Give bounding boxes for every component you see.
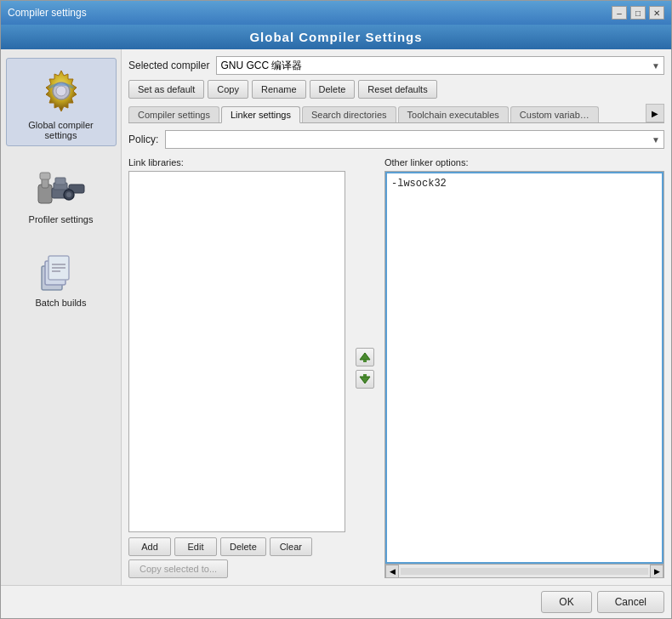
tab-search-directories[interactable]: Search directories [302, 106, 396, 122]
delete-button[interactable]: Delete [310, 80, 356, 99]
link-libraries-listbox[interactable] [128, 171, 345, 532]
scroll-left-button[interactable]: ◀ [385, 565, 399, 578]
svg-point-1 [56, 86, 66, 96]
header-bar: Global Compiler Settings [1, 25, 671, 49]
policy-row: Policy: ▼ [128, 130, 664, 149]
clear-button[interactable]: Clear [270, 537, 312, 556]
set-as-default-button[interactable]: Set as default [128, 80, 204, 99]
left-panel: Link libraries: Add Edit Delete Clear Co… [128, 157, 345, 578]
move-buttons [352, 157, 378, 578]
up-arrow-icon [359, 351, 371, 363]
copy-selected-button[interactable]: Copy selected to... [128, 559, 228, 578]
main-window: Compiler settings – □ ✕ Global Compiler … [0, 0, 672, 619]
sidebar-item-batch-builds[interactable]: Batch builds [6, 236, 117, 313]
policy-dropdown[interactable]: ▼ [165, 130, 664, 149]
tab-compiler-settings[interactable]: Compiler settings [128, 106, 219, 122]
batch-builds-icon [34, 241, 88, 296]
minimize-button[interactable]: – [612, 6, 627, 20]
add-button[interactable]: Add [128, 537, 171, 556]
sidebar-label-profiler: Profiler settings [29, 214, 94, 224]
svg-marker-19 [360, 377, 370, 383]
cancel-button[interactable]: Cancel [597, 591, 664, 613]
selected-compiler-label: Selected compiler [128, 60, 209, 71]
sidebar-label-batch: Batch builds [36, 298, 87, 308]
scroll-track-horizontal[interactable] [401, 568, 648, 575]
other-linker-textarea[interactable]: -lwsock32 [385, 172, 663, 564]
main-panel: Selected compiler GNU GCC 编译器 ▼ Set as d… [122, 49, 671, 585]
copy-button[interactable]: Copy [208, 80, 248, 99]
svg-rect-7 [55, 178, 65, 185]
edit-button[interactable]: Edit [174, 537, 217, 556]
profiler-icon [35, 159, 88, 212]
maximize-button[interactable]: □ [630, 6, 646, 20]
horizontal-scrollbar: ◀ ▶ [385, 564, 663, 577]
delete-lib-button[interactable]: Delete [220, 537, 266, 556]
tab-custom-variables[interactable]: Custom variab… [510, 106, 599, 122]
link-libraries-action-btns: Add Edit Delete Clear [128, 537, 345, 556]
sidebar: Global compilersettings [1, 49, 122, 585]
tab-toolchain-executables[interactable]: Toolchain executables [398, 106, 509, 122]
other-linker-label: Other linker options: [384, 157, 664, 168]
link-libraries-label: Link libraries: [128, 157, 345, 168]
tabs-scroll-right-button[interactable]: ▶ [646, 104, 664, 122]
title-bar-controls: – □ ✕ [612, 6, 664, 20]
move-down-button[interactable] [356, 370, 374, 389]
move-up-button[interactable] [356, 348, 374, 366]
footer-row: OK Cancel [1, 585, 671, 618]
two-panel: Link libraries: Add Edit Delete Clear Co… [128, 157, 664, 578]
compiler-selector-row: Selected compiler GNU GCC 编译器 ▼ [128, 56, 664, 75]
ok-button[interactable]: OK [541, 591, 591, 613]
toolbar-row: Set as default Copy Rename Delete Reset … [128, 80, 664, 99]
policy-label: Policy: [128, 133, 158, 145]
compiler-dropdown[interactable]: GNU GCC 编译器 ▼ [216, 56, 664, 75]
window-title: Compiler settings [8, 7, 87, 19]
compiler-dropdown-arrow: ▼ [652, 61, 660, 71]
gear-icon [34, 64, 88, 118]
sidebar-item-profiler[interactable]: Profiler settings [6, 153, 117, 230]
copy-selected-row: Copy selected to... [128, 559, 345, 578]
scroll-right-button[interactable]: ▶ [650, 565, 663, 578]
global-compiler-icon [34, 64, 88, 118]
svg-rect-4 [40, 173, 50, 179]
title-bar: Compiler settings – □ ✕ [1, 1, 671, 25]
header-title: Global Compiler Settings [249, 30, 422, 44]
content-area: Global compilersettings [1, 49, 671, 585]
policy-dropdown-arrow: ▼ [652, 135, 660, 145]
profiler-settings-icon [34, 158, 88, 213]
svg-rect-18 [363, 360, 367, 362]
tab-linker-settings[interactable]: Linker settings [221, 106, 300, 123]
rename-button[interactable]: Rename [252, 80, 306, 99]
svg-point-10 [66, 192, 71, 197]
batch-icon [35, 242, 88, 295]
compiler-dropdown-value: GNU GCC 编译器 [220, 59, 652, 73]
svg-rect-20 [363, 374, 367, 377]
tabs-row: Compiler settings Linker settings Search… [128, 104, 664, 123]
sidebar-item-global-compiler[interactable]: Global compilersettings [6, 58, 117, 146]
down-arrow-icon [359, 373, 371, 385]
svg-marker-17 [360, 353, 370, 360]
linker-text-value: -lwsock32 [390, 176, 659, 191]
sidebar-label-global-compiler: Global compilersettings [28, 120, 93, 140]
close-button[interactable]: ✕ [649, 6, 664, 20]
right-panel: Other linker options: -lwsock32 ◀ ▶ [384, 157, 664, 578]
reset-defaults-button[interactable]: Reset defaults [358, 80, 436, 99]
